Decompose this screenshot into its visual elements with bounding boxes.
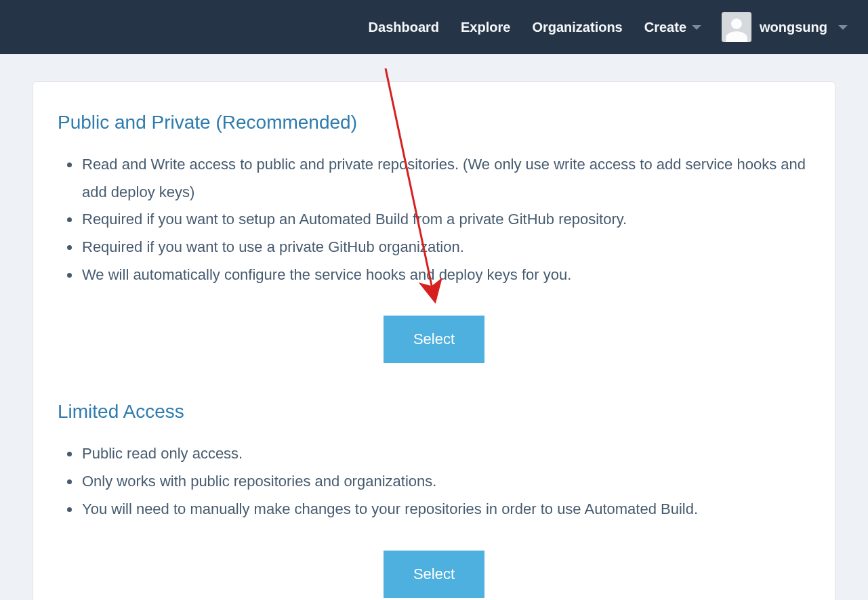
page-container: Public and Private (Recommended) Read an…	[0, 54, 868, 600]
avatar	[722, 12, 751, 42]
nav-username: wongsung	[760, 20, 827, 35]
nav-create-label: Create	[644, 20, 686, 35]
list-item: Required if you want to use a private Gi…	[81, 234, 810, 261]
caret-down-icon	[838, 25, 848, 30]
list-item: Only works with public repositories and …	[81, 468, 810, 496]
public-private-list: Read and Write access to public and priv…	[58, 151, 810, 288]
nav-user-menu[interactable]: wongsung	[712, 0, 848, 54]
access-card: Public and Private (Recommended) Read an…	[33, 81, 835, 600]
limited-list: Public read only access. Only works with…	[58, 440, 810, 523]
select-limited-button[interactable]: Select	[384, 551, 484, 598]
nav-dashboard-label: Dashboard	[369, 20, 439, 35]
nav-explore-label: Explore	[461, 20, 510, 35]
list-item: Public read only access.	[81, 440, 810, 468]
list-item: Read and Write access to public and priv…	[81, 151, 810, 206]
section-title-public-private: Public and Private (Recommended)	[58, 112, 810, 133]
nav-dashboard[interactable]: Dashboard	[358, 0, 450, 54]
list-item: We will automatically configure the serv…	[81, 261, 810, 289]
select-public-private-button[interactable]: Select	[384, 316, 484, 363]
top-navbar: Dashboard Explore Organizations Create w…	[0, 0, 868, 54]
nav-organizations[interactable]: Organizations	[521, 0, 633, 54]
section-title-limited: Limited Access	[58, 401, 810, 423]
nav-organizations-label: Organizations	[532, 20, 622, 35]
button-row: Select	[58, 316, 810, 363]
button-row: Select	[58, 551, 810, 598]
caret-down-icon	[692, 25, 701, 30]
nav-create[interactable]: Create	[634, 0, 712, 54]
list-item: Required if you want to setup an Automat…	[81, 206, 810, 234]
nav-explore[interactable]: Explore	[450, 0, 521, 54]
list-item: You will need to manually make changes t…	[81, 496, 810, 523]
